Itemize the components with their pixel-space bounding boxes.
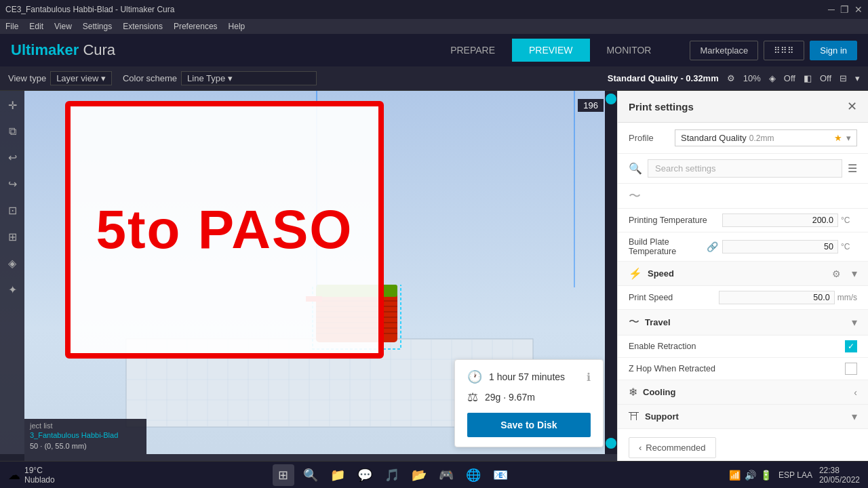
tool-rotate[interactable]: ◈ xyxy=(5,254,19,272)
speed-section-header[interactable]: ⚡ Speed ⚙ ▾ xyxy=(618,262,868,286)
signin-button[interactable]: Sign in xyxy=(810,41,857,60)
search-input[interactable] xyxy=(648,159,842,178)
color-scheme-select[interactable]: Line Type ▾ xyxy=(181,71,317,85)
temperature: 19°C xyxy=(24,466,55,475)
info-icon[interactable]: ℹ xyxy=(587,371,591,384)
menu-view[interactable]: View xyxy=(54,22,72,31)
support-icon: ⛩ xyxy=(629,411,639,423)
minimize-icon[interactable]: ─ xyxy=(828,4,835,15)
recommended-button[interactable]: ‹ Recommended xyxy=(629,437,716,458)
file-explorer-button[interactable]: 📁 xyxy=(327,464,349,486)
project-item-2: 50 · (0, 55.0 mm) xyxy=(30,441,141,451)
print-speed-label: Print Speed xyxy=(629,293,719,302)
travel-section-name: Travel xyxy=(645,317,846,327)
datetime: 22:38 20/05/2022 xyxy=(819,466,860,485)
time-label: 1 hour 57 minutes xyxy=(489,371,565,382)
print-speed-value[interactable] xyxy=(719,291,835,304)
print-settings-title: Print settings xyxy=(629,101,694,113)
tool-grid[interactable]: ⊞ xyxy=(5,228,20,246)
view-toolbar: View type Layer view ▾ Color scheme Line… xyxy=(0,66,868,91)
search-row: 🔍 ☰ xyxy=(618,154,868,184)
adhesion-icon[interactable]: ⊟ xyxy=(840,73,847,83)
menu-extensions[interactable]: Extensions xyxy=(123,22,163,31)
tool-redo[interactable]: ↪ xyxy=(5,175,20,193)
tab-prepare[interactable]: PREPARE xyxy=(433,39,512,62)
menu-help[interactable]: Help xyxy=(229,22,245,31)
menu-file[interactable]: File xyxy=(5,22,18,31)
speed-icon: ⚡ xyxy=(629,267,642,280)
travel-section-header[interactable]: 〜 Travel ▾ xyxy=(618,310,868,336)
star-icon[interactable]: ★ xyxy=(834,133,842,143)
maximize-icon[interactable]: ❐ xyxy=(840,4,849,15)
filter-icon[interactable]: ☰ xyxy=(848,162,857,175)
enable-retraction-row: Enable Retraction xyxy=(618,336,868,358)
tab-monitor[interactable]: MONITOR xyxy=(590,39,669,62)
view-type-control: View type Layer view ▾ xyxy=(8,71,112,85)
close-icon[interactable]: ✕ xyxy=(854,4,863,15)
search-button[interactable]: 🔍 xyxy=(300,464,321,486)
view-type-select[interactable]: Layer view ▾ xyxy=(50,71,112,85)
game-button[interactable]: 🎮 xyxy=(435,464,457,486)
project-list-label: ject list xyxy=(30,422,141,430)
recommended-label: Recommended xyxy=(646,443,705,453)
profile-dropdown-icon[interactable]: ▾ xyxy=(846,133,851,143)
v-slider-thumb-bottom[interactable] xyxy=(606,438,616,449)
app-logo: Ultimaker Cura xyxy=(11,41,115,59)
support-icon[interactable]: ◧ xyxy=(804,73,812,83)
battery-icon[interactable]: 🔋 xyxy=(760,470,772,481)
support-section-header[interactable]: ⛩ Support ▾ xyxy=(618,405,868,429)
speed-toggle-icon[interactable]: ▾ xyxy=(852,267,857,280)
print-settings-close[interactable]: ✕ xyxy=(847,99,857,114)
enable-retraction-checkbox[interactable] xyxy=(845,340,857,352)
mail-button[interactable]: 📧 xyxy=(490,464,511,486)
main-area: 196 ✛ ⧉ ↩ ↪ ⊡ ⊞ ◈ ✦ xyxy=(0,91,868,488)
menu-preferences[interactable]: Preferences xyxy=(174,22,218,31)
folder-button[interactable]: 📂 xyxy=(408,464,430,486)
settings-icon[interactable]: ⚙ xyxy=(727,73,735,83)
browser-button[interactable]: 🌐 xyxy=(462,464,484,486)
chat-button[interactable]: 💬 xyxy=(354,464,376,486)
toolbar-right: Marketplace ⠿⠿⠿ Sign in xyxy=(690,41,857,60)
tool-undo[interactable]: ↩ xyxy=(5,148,20,167)
z-hop-label: Z Hop When Retracted xyxy=(629,364,845,373)
link-icon[interactable]: 🔗 xyxy=(707,241,718,252)
cooling-section-header[interactable]: ❄ Cooling ‹ xyxy=(618,380,868,405)
cooling-section-name: Cooling xyxy=(643,387,848,397)
view-type-label: View type xyxy=(8,73,46,83)
network-icon[interactable]: 📶 xyxy=(729,470,741,481)
project-item-1[interactable]: 3_Fantabulous Habbi-Blad xyxy=(30,430,141,441)
cooling-collapse-icon[interactable]: ‹ xyxy=(854,387,857,398)
taskbar-left: ☁ 19°C Nublado xyxy=(8,466,55,485)
z-hop-checkbox[interactable] xyxy=(845,363,857,375)
start-button[interactable]: ⊞ xyxy=(273,464,294,486)
infill-icon[interactable]: ◈ xyxy=(769,73,776,83)
titlebar-controls[interactable]: ─ ❐ ✕ xyxy=(828,4,863,15)
tool-mute[interactable]: ⊡ xyxy=(5,201,20,220)
sound-icon[interactable]: 🔊 xyxy=(745,470,756,481)
tab-preview[interactable]: PREVIEW xyxy=(512,39,590,62)
search-icon: 🔍 xyxy=(629,162,642,175)
annotation-text: 5to PASO xyxy=(96,199,353,261)
top-toolbar: Ultimaker Cura PREPARE PREVIEW MONITOR M… xyxy=(0,34,868,66)
tool-scale[interactable]: ⧉ xyxy=(6,123,19,140)
tool-move[interactable]: ✛ xyxy=(5,96,20,115)
tool-extra[interactable]: ✦ xyxy=(5,281,20,299)
build-plate-temp-row: Build Plate Temperature 🔗 °C xyxy=(618,232,868,262)
save-to-disk-button[interactable]: Save to Disk xyxy=(467,413,591,437)
time-display: 22:38 xyxy=(819,466,860,475)
menu-settings[interactable]: Settings xyxy=(83,22,112,31)
apps-button[interactable]: ⠿⠿⠿ xyxy=(764,41,804,60)
language-indicator: ESP LAA xyxy=(778,470,812,480)
menu-edit[interactable]: Edit xyxy=(29,22,43,31)
printing-temp-value[interactable] xyxy=(722,214,838,227)
marketplace-button[interactable]: Marketplace xyxy=(690,41,758,60)
v-slider-thumb-top[interactable] xyxy=(606,94,616,104)
vertical-layer-slider[interactable] xyxy=(605,91,617,454)
build-plate-temp-value[interactable] xyxy=(722,240,838,253)
expand-icon[interactable]: ▾ xyxy=(855,73,860,83)
travel-toggle-icon[interactable]: ▾ xyxy=(852,316,857,329)
media-button[interactable]: 🎵 xyxy=(381,464,403,486)
support-toggle-icon[interactable]: ▾ xyxy=(852,410,857,423)
profile-select[interactable]: Standard Quality 0.2mm ★ ▾ xyxy=(675,129,857,146)
speed-settings-icon[interactable]: ⚙ xyxy=(832,268,841,279)
